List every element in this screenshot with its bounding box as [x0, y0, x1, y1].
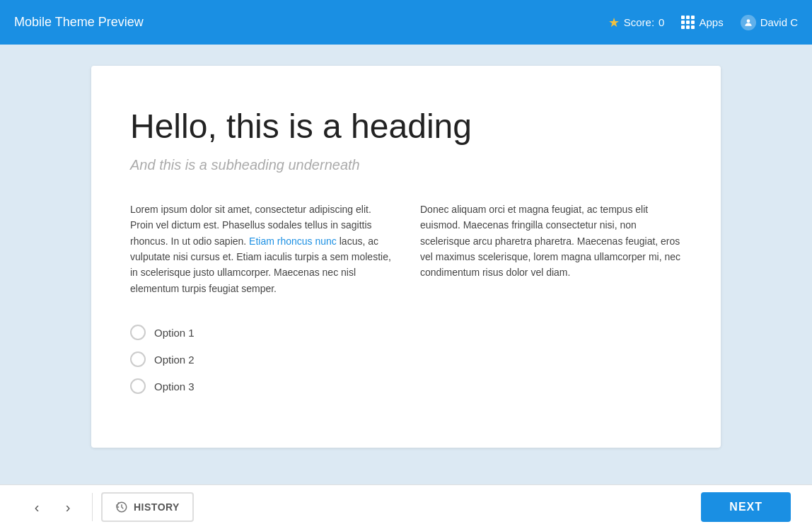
- option-3[interactable]: Option 3: [130, 378, 682, 394]
- history-icon: [115, 501, 128, 513]
- col1-link[interactable]: Etiam rhoncus nunc: [249, 236, 337, 247]
- history-label: HISTORY: [134, 501, 180, 513]
- forward-button[interactable]: ›: [52, 492, 83, 523]
- option-2[interactable]: Option 2: [130, 351, 682, 367]
- user-avatar-icon: [741, 15, 756, 30]
- score-display: ★ Score: 0: [608, 15, 665, 30]
- history-button[interactable]: HISTORY: [101, 492, 194, 522]
- score-value: 0: [659, 16, 664, 28]
- radio-option-1[interactable]: [130, 325, 146, 340]
- page-heading: Hello, this is a heading: [130, 108, 682, 146]
- main-content: Hello, this is a heading And this is a s…: [0, 45, 812, 484]
- options-section: Option 1 Option 2 Option 3: [130, 325, 682, 394]
- app-title: Mobile Theme Preview: [14, 15, 608, 30]
- apps-grid-icon: [681, 16, 695, 29]
- page-subheading: And this is a subheading underneath: [130, 157, 682, 173]
- content-card: Hello, this is a heading And this is a s…: [91, 66, 721, 448]
- radio-option-3[interactable]: [130, 378, 146, 394]
- apps-button[interactable]: Apps: [681, 16, 723, 29]
- radio-option-2[interactable]: [130, 351, 146, 367]
- two-column-section: Lorem ipsum dolor sit amet, consectetur …: [130, 202, 682, 296]
- score-label: Score:: [624, 16, 654, 28]
- col1-paragraph: Lorem ipsum dolor sit amet, consectetur …: [130, 202, 392, 296]
- option-1[interactable]: Option 1: [130, 325, 682, 340]
- svg-point-0: [746, 19, 750, 23]
- star-icon: ★: [608, 15, 620, 30]
- app-header: Mobile Theme Preview ★ Score: 0 Apps Dav…: [0, 0, 812, 45]
- option-3-label: Option 3: [154, 380, 195, 393]
- option-1-label: Option 1: [154, 327, 195, 339]
- column-2: Donec aliquam orci et magna feugiat, ac …: [420, 202, 682, 296]
- divider: [92, 493, 93, 521]
- apps-label: Apps: [699, 16, 723, 28]
- column-1: Lorem ipsum dolor sit amet, consectetur …: [130, 202, 392, 296]
- bottom-bar: ‹ › HISTORY NEXT: [0, 484, 812, 529]
- user-name: David C: [760, 16, 798, 28]
- header-right: ★ Score: 0 Apps David C: [608, 15, 798, 30]
- back-button[interactable]: ‹: [21, 492, 52, 523]
- next-button[interactable]: NEXT: [701, 492, 791, 522]
- option-2-label: Option 2: [154, 354, 195, 366]
- col2-paragraph: Donec aliquam orci et magna feugiat, ac …: [420, 202, 682, 281]
- user-menu[interactable]: David C: [741, 15, 798, 30]
